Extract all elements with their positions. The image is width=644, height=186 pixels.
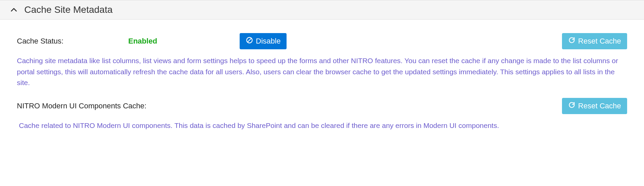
panel-title: Cache Site Metadata [24,4,113,15]
panel-body: Cache Status: Enabled Disable Reset Cach… [0,20,644,147]
cache-status-description: Caching site metadata like list columns,… [17,55,627,88]
refresh-icon [568,36,575,46]
modern-ui-label: NITRO Modern UI Components Cache: [17,102,146,110]
disable-icon [246,36,253,46]
reset-modern-ui-cache-button-label: Reset Cache [578,102,621,110]
modern-ui-description: Cache related to NITRO Modern UI compone… [17,120,627,131]
reset-cache-button[interactable]: Reset Cache [562,33,627,49]
modern-ui-row: NITRO Modern UI Components Cache: Reset … [17,98,627,114]
svg-line-1 [248,38,251,42]
reset-modern-ui-cache-button[interactable]: Reset Cache [562,98,627,114]
disable-button[interactable]: Disable [240,33,287,49]
reset-cache-button-label: Reset Cache [578,37,621,46]
cache-status-label: Cache Status: [17,37,128,46]
chevron-up-icon [10,6,18,14]
cache-status-value: Enabled [128,37,240,46]
disable-button-label: Disable [256,37,280,46]
panel-header[interactable]: Cache Site Metadata [0,0,644,20]
cache-status-row: Cache Status: Enabled Disable Reset Cach… [17,33,627,49]
refresh-icon [568,101,575,111]
